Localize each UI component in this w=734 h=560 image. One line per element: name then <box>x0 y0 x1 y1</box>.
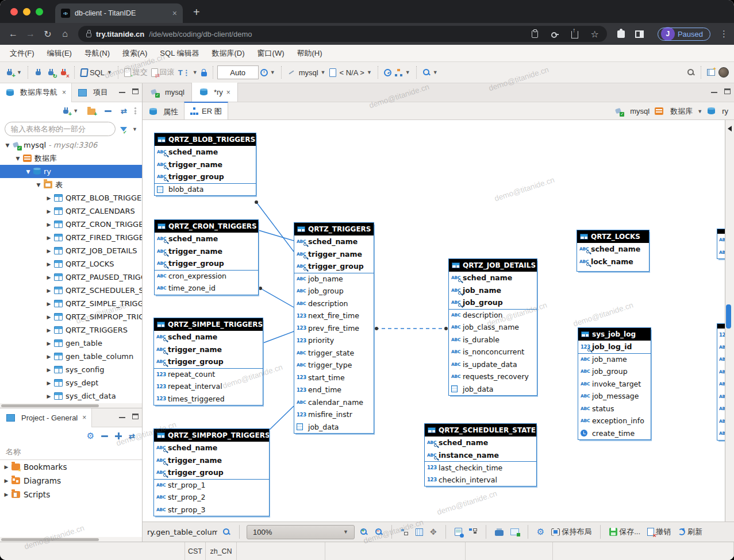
editor-tab-ry[interactable]: *ry × <box>191 83 238 102</box>
password-key-icon[interactable] <box>551 30 559 38</box>
gear-icon[interactable]: ⚙ <box>87 431 94 441</box>
er-table-QRTZ_BLOB_TRIGGERS[interactable]: QRTZ_BLOB_TRIGGERSABCsched_nameABCtrigge… <box>154 133 256 196</box>
clipped-table-fragment[interactable]: 123ABCABCABCABCABCABCABCABC <box>717 323 725 441</box>
er-table-QRTZ_JOB_DETAILS[interactable]: QRTZ_JOB_DETAILSABCsched_nameABCjob_name… <box>448 258 537 396</box>
tab-close-icon[interactable]: × <box>82 414 86 422</box>
transaction-mode-button[interactable]: T⋮▼ <box>176 67 199 78</box>
sql-editor-button[interactable]: SQL▼ <box>79 67 114 78</box>
profile-paused-badge[interactable]: Paused <box>658 28 710 41</box>
tree-item-QRTZ_PAUSED_TRIGGER_GRPS[interactable]: ▶QRTZ_PAUSED_TRIGGER_GRPS <box>0 271 142 284</box>
menu-item-6[interactable]: 窗口(W) <box>251 48 291 59</box>
tree-item-数据库[interactable]: ▼数据库 <box>0 152 142 165</box>
er-column-job_data[interactable]: job_data <box>449 383 537 396</box>
active-connection-icon[interactable] <box>286 67 297 78</box>
navigator-hscrollbar[interactable] <box>0 403 142 408</box>
tree-expand-arrow-icon[interactable]: ▶ <box>45 341 53 346</box>
menu-item-3[interactable]: 搜索(A) <box>116 48 153 59</box>
er-column-requests_recovery[interactable]: ABCrequests_recovery <box>449 370 537 383</box>
tree-expand-arrow-icon[interactable]: ▶ <box>45 275 53 280</box>
er-column-blob_data[interactable]: blob_data <box>155 183 256 196</box>
fit-window-button[interactable]: ✥ <box>428 526 439 538</box>
table-search-input[interactable]: 输入表格名称的一部分 <box>5 122 116 136</box>
tree-expand-arrow-icon[interactable]: ▶ <box>45 314 53 320</box>
tree-expand-arrow-icon[interactable]: ▶ <box>45 354 53 360</box>
tree-item-QRTZ_SCHEDULER_STATE[interactable]: ▶QRTZ_SCHEDULER_STATE <box>0 284 142 297</box>
er-table-header[interactable]: QRTZ_BLOB_TRIGGERS <box>155 133 256 146</box>
tree-item-QRTZ_CALENDARS[interactable]: ▶QRTZ_CALENDARS <box>0 204 142 218</box>
tree-expand-arrow-icon[interactable]: ▶ <box>2 464 10 470</box>
er-column-sched_name[interactable]: ABCsched_name <box>425 437 536 449</box>
er-column-time_zone_id[interactable]: ABCtime_zone_id <box>155 282 258 295</box>
menu-item-5[interactable]: 数据库(D) <box>206 48 251 59</box>
er-column-trigger_name[interactable]: ABCtrigger_name <box>294 248 374 261</box>
expand-all-icon[interactable] <box>115 432 122 439</box>
tree-expand-arrow-icon[interactable]: ▶ <box>2 492 10 497</box>
er-column-next_fire_time[interactable]: 123next_fire_time <box>294 310 374 322</box>
menu-item-1[interactable]: 编辑(E) <box>41 48 78 59</box>
network-profile-button[interactable]: ▼ <box>393 68 412 78</box>
tree-collapse-arrow-icon[interactable]: ▼ <box>14 156 22 161</box>
er-column-times_triggered[interactable]: 123times_triggered <box>154 393 263 405</box>
er-table-QRTZ_SIMPROP_TRIGGERS[interactable]: QRTZ_SIMPROP_TRIGGERSABCsched_nameABCtri… <box>153 428 270 516</box>
tree-item-QRTZ_CRON_TRIGGERS[interactable]: ▶QRTZ_CRON_TRIGGERS <box>0 218 142 231</box>
er-table-header[interactable]: QRTZ_SIMPROP_TRIGGERS <box>154 429 269 442</box>
commit-button[interactable]: ▪提交 <box>122 66 149 79</box>
tree-item-QRTZ_SIMPLE_TRIGGERS[interactable]: ▶QRTZ_SIMPLE_TRIGGERS <box>0 297 142 310</box>
project-column-header[interactable]: 名称 <box>0 445 142 460</box>
connect-button[interactable] <box>32 67 45 78</box>
tab-close-icon[interactable]: × <box>226 88 230 96</box>
tab-close-icon[interactable]: × <box>172 9 177 18</box>
er-column-trigger_group[interactable]: ABCtrigger_group <box>155 171 256 183</box>
breadcrumb-databases[interactable]: 数据库 <box>670 106 693 117</box>
panel-minimize-icon[interactable] <box>119 92 125 94</box>
er-column-is_update_data[interactable]: ABCis_update_data <box>449 358 537 371</box>
er-column-last_checkin_time[interactable]: 123last_checkin_time <box>425 461 536 474</box>
er-column-sched_name[interactable]: ABCsched_name <box>155 146 256 159</box>
er-column-sched_name[interactable]: ABCsched_name <box>449 272 537 284</box>
nav-new-folder-button[interactable]: + <box>86 106 97 116</box>
er-column-trigger_name[interactable]: ABCtrigger_name <box>155 159 256 171</box>
side-panel-icon[interactable] <box>635 30 644 38</box>
search-button[interactable]: ▼ <box>421 67 440 78</box>
tree-item-QRTZ_JOB_DETAILS[interactable]: ▶QRTZ_JOB_DETAILS <box>0 244 142 257</box>
tree-item-sys_config[interactable]: ▶sys_config <box>0 363 142 376</box>
er-column-is_durable[interactable]: ABCis_durable <box>449 334 537 346</box>
er-column-job_name[interactable]: ABCjob_name <box>449 284 537 297</box>
tree-expand-arrow-icon[interactable]: ▶ <box>45 195 53 201</box>
er-column-trigger_type[interactable]: ABCtrigger_type <box>294 359 374 372</box>
tab-close-icon[interactable]: × <box>62 88 66 96</box>
er-column-sched_name[interactable]: ABCsched_name <box>155 233 258 245</box>
tree-item-QRTZ_BLOB_TRIGGERS[interactable]: ▶QRTZ_BLOB_TRIGGERS <box>0 191 142 204</box>
er-column-trigger_group[interactable]: ABCtrigger_group <box>154 356 263 368</box>
zoom-out-button[interactable]: − <box>373 527 385 537</box>
undo-button[interactable]: 撤销 <box>645 526 672 538</box>
er-column-status[interactable]: ABCstatus <box>578 403 651 415</box>
export-image-button[interactable] <box>509 527 521 536</box>
er-column-lock_name[interactable]: ABClock_name <box>577 256 649 268</box>
er-table-header[interactable]: QRTZ_LOCKS <box>577 230 649 243</box>
dashboard-button[interactable] <box>382 68 393 78</box>
clipboard-icon[interactable] <box>532 30 538 38</box>
er-column-trigger_name[interactable]: ABCtrigger_name <box>155 245 258 258</box>
editor-tab-mysql[interactable]: mysql <box>143 83 191 102</box>
save-button[interactable]: 保存... <box>608 526 642 538</box>
tree-expand-arrow-icon[interactable]: ▶ <box>45 261 53 267</box>
tree-item-mysql[interactable]: ▼mysql - mysql:3306 <box>0 138 142 152</box>
er-column-str_prop_3[interactable]: ABCstr_prop_3 <box>154 504 269 516</box>
er-column-invoke_target[interactable]: ABCinvoke_target <box>578 378 651 391</box>
er-column-start_time[interactable]: 123start_time <box>294 372 374 384</box>
nav-link-editor-button[interactable]: ⇄ <box>119 106 129 117</box>
er-column-job_log_id[interactable]: 123job_log_id <box>578 341 651 353</box>
editor-maximize-icon[interactable] <box>724 88 731 94</box>
tab-project-general[interactable]: Project - General × <box>0 408 92 427</box>
subtab-er-diagram[interactable]: ER 图 <box>184 102 228 119</box>
er-column-trigger_group[interactable]: ABCtrigger_group <box>294 260 374 273</box>
tree-expand-arrow-icon[interactable]: ▶ <box>45 380 53 386</box>
panel-maximize-icon[interactable] <box>132 88 139 94</box>
er-column-job_message[interactable]: ABCjob_message <box>578 390 651 403</box>
project-item-Bookmarks[interactable]: ▶Bookmarks <box>0 460 142 474</box>
share-icon[interactable] <box>571 31 578 38</box>
er-column-job_name[interactable]: ABCjob_name <box>294 273 374 285</box>
extensions-icon[interactable] <box>617 30 625 38</box>
new-connection-button[interactable]: +▼ <box>3 67 24 78</box>
